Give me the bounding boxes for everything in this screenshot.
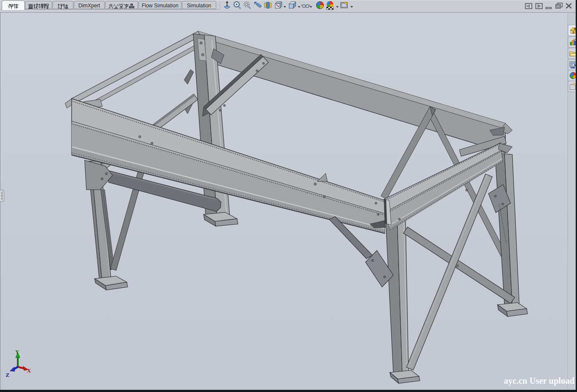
svg-text:Z: Z	[6, 372, 10, 378]
svg-text:X: X	[27, 367, 31, 374]
svg-text:Y: Y	[15, 349, 20, 355]
